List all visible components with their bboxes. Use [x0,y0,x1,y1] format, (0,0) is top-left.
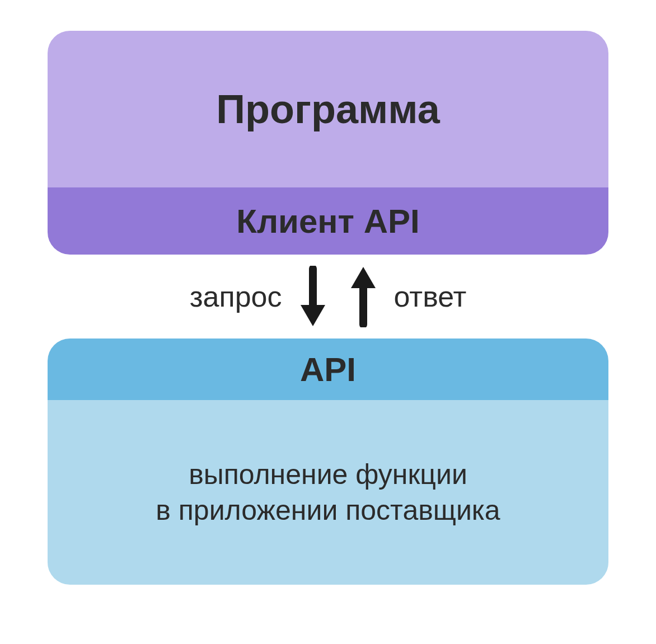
program-label: Программа [216,86,439,132]
svg-marker-1 [301,305,325,326]
svg-marker-3 [351,267,376,288]
api-client-label: Клиент API [236,202,419,241]
response-label: ответ [394,280,467,313]
program-block: Программа Клиент API [48,31,608,255]
api-block: API выполнение функции в приложении пост… [48,339,608,585]
request-group: запрос [190,266,330,327]
request-label: запрос [190,280,282,313]
response-group: ответ [346,266,467,327]
api-header: API [48,339,608,400]
api-label: API [300,350,356,389]
api-client-section: Клиент API [48,187,608,255]
api-desc-line1: выполнение функции [189,458,467,491]
program-section: Программа [48,31,608,187]
arrows-row: запрос ответ [48,255,608,339]
arrow-down-icon [296,266,330,327]
api-body: выполнение функции в приложении поставщи… [48,400,608,585]
api-desc-line2: в приложении поставщика [156,494,500,527]
arrow-up-icon [346,266,380,327]
